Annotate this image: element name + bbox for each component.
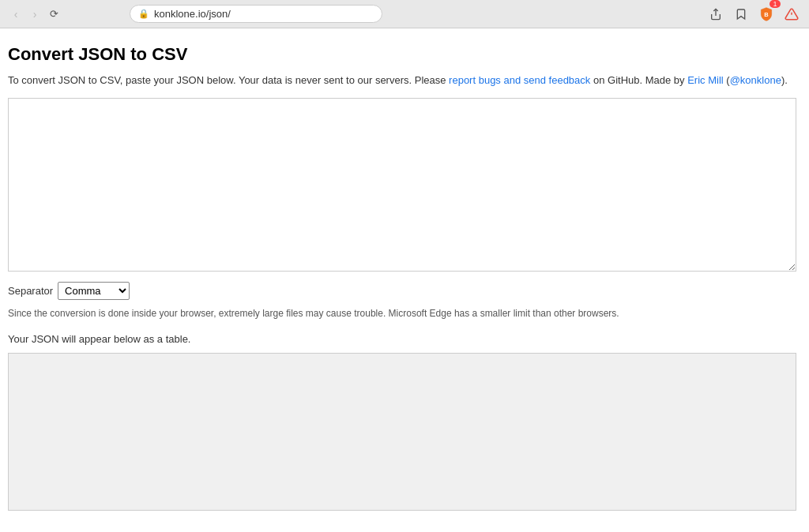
brave-icon: B (758, 6, 774, 22)
separator-label: Separator (8, 285, 53, 297)
alert-icon (785, 7, 799, 21)
address-bar[interactable]: 🔒 konklone.io/json/ (130, 5, 382, 23)
page-title: Convert JSON to CSV (8, 44, 796, 65)
lock-icon: 🔒 (138, 9, 149, 19)
page-content: Convert JSON to CSV To convert JSON to C… (0, 28, 809, 532)
back-button[interactable]: ‹ (6, 5, 25, 24)
share-button[interactable] (705, 3, 727, 25)
separator-select[interactable]: Comma Tab Semicolon (58, 282, 130, 300)
bugs-link[interactable]: report bugs and send feedback (449, 74, 590, 86)
description: To convert JSON to CSV, paste your JSON … (8, 73, 796, 88)
warning-text: Since the conversion is done inside your… (8, 306, 796, 320)
bookmark-button[interactable] (730, 3, 752, 25)
author-link[interactable]: Eric Mill (687, 74, 724, 86)
svg-text:B: B (764, 11, 769, 18)
forward-button[interactable]: › (25, 5, 44, 24)
alert-button[interactable] (781, 3, 803, 25)
output-label: Your JSON will appear below as a table. (8, 333, 796, 345)
json-input[interactable] (8, 98, 796, 272)
separator-row: Separator Comma Tab Semicolon (8, 282, 796, 300)
handle-link[interactable]: @konklone (730, 74, 781, 86)
brave-shield-button[interactable]: B 1 (755, 3, 777, 25)
url-text: konklone.io/json/ (154, 8, 374, 20)
output-area (8, 353, 796, 511)
reload-button[interactable]: ⟳ (44, 5, 63, 24)
browser-actions: B 1 (705, 3, 803, 25)
browser-chrome: ‹ › ⟳ 🔒 konklone.io/json/ B (0, 0, 809, 28)
brave-badge: 1 (769, 0, 781, 8)
